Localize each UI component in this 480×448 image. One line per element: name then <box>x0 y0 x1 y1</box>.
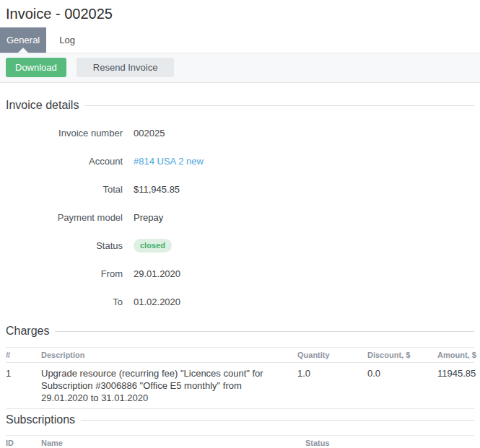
subscriptions-table: ID Name Status 3006886 Office E5 monthly… <box>6 435 474 448</box>
tab-general-label: General <box>6 35 40 45</box>
charges-col-description: Description <box>35 348 292 363</box>
invoice-details-fields: Invoice number 002025 Account #814 USA 2… <box>6 128 474 307</box>
charge-discount-cell: 0.0 <box>362 363 432 409</box>
charges-col-amount: Amount, $ <box>432 348 474 363</box>
field-invoice-number: Invoice number 002025 <box>6 128 474 138</box>
tab-bar: General Log <box>0 27 480 53</box>
field-status: Status closed <box>6 240 474 250</box>
subscriptions-col-id: ID <box>6 436 35 448</box>
field-label: From <box>6 268 123 279</box>
charge-description-cell: Upgrade resource (recurring fee) "Licenc… <box>35 363 292 409</box>
field-account: Account #814 USA 2 new <box>6 156 474 166</box>
subscriptions-heading-text: Subscriptions <box>6 413 75 426</box>
toolbar: Download Resend Invoice <box>0 53 480 83</box>
charges-col-num: # <box>6 348 35 363</box>
field-label: Total <box>6 184 123 195</box>
tab-log[interactable]: Log <box>46 27 88 53</box>
subscriptions-heading: Subscriptions <box>6 413 474 426</box>
charges-table: # Description Quantity Discount, $ Amoun… <box>6 347 474 409</box>
field-label: To <box>6 297 123 307</box>
field-to: To 01.02.2020 <box>6 297 474 307</box>
heading-rule <box>55 331 474 332</box>
active-tab-notch <box>18 48 28 53</box>
field-value: closed <box>134 239 172 252</box>
field-value: Prepay <box>134 212 163 223</box>
field-label: Status <box>6 240 123 251</box>
field-value: 002025 <box>134 128 165 139</box>
field-label: Payment model <box>6 212 123 223</box>
charges-col-discount: Discount, $ <box>362 348 432 363</box>
subscriptions-header-row: ID Name Status <box>6 436 474 448</box>
field-value: 29.01.2020 <box>134 268 180 279</box>
charges-section: Charges # Description Quantity Discount,… <box>6 325 474 409</box>
charges-header-row: # Description Quantity Discount, $ Amoun… <box>6 348 474 363</box>
account-link[interactable]: #814 USA 2 new <box>134 156 204 167</box>
tab-log-label: Log <box>59 35 75 45</box>
field-value: 01.02.2020 <box>134 297 180 307</box>
main-content: Invoice details Invoice number 002025 Ac… <box>0 99 480 448</box>
charges-heading: Charges <box>6 325 474 338</box>
field-payment-model: Payment model Prepay <box>6 212 474 222</box>
subscriptions-section: Subscriptions ID Name Status 3006886 Off… <box>6 413 474 448</box>
charge-quantity-cell: 1.0 <box>292 363 362 409</box>
resend-invoice-button[interactable]: Resend Invoice <box>77 58 175 77</box>
invoice-details-section: Invoice details Invoice number 002025 Ac… <box>6 99 474 307</box>
invoice-details-heading: Invoice details <box>6 99 474 112</box>
heading-rule <box>81 420 474 421</box>
field-label: Account <box>6 156 123 167</box>
invoice-details-heading-text: Invoice details <box>6 99 79 112</box>
field-total: Total $11,945.85 <box>6 184 474 194</box>
field-from: From 29.01.2020 <box>6 268 474 278</box>
field-value: $11,945.85 <box>134 184 180 195</box>
charges-table-row: 1 Upgrade resource (recurring fee) "Lice… <box>6 363 474 409</box>
field-label: Invoice number <box>6 128 123 139</box>
heading-rule <box>84 105 474 106</box>
charges-col-quantity: Quantity <box>292 348 362 363</box>
charge-number-cell: 1 <box>6 363 35 409</box>
download-button[interactable]: Download <box>6 58 66 77</box>
page-title: Invoice - 002025 <box>6 5 480 22</box>
status-badge: closed <box>134 239 172 252</box>
subscriptions-col-status: Status <box>300 436 474 448</box>
charges-heading-text: Charges <box>6 325 49 338</box>
charge-amount-cell: 11945.85 <box>432 363 474 409</box>
subscriptions-col-name: Name <box>35 436 300 448</box>
tab-general[interactable]: General <box>0 27 46 53</box>
